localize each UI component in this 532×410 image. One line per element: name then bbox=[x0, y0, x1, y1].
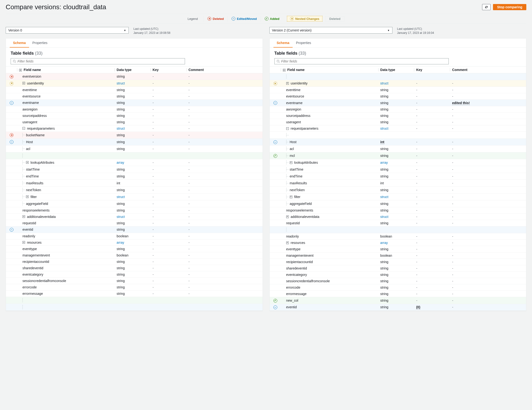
field-comment: - bbox=[189, 234, 190, 238]
expand-toggle[interactable]: + bbox=[290, 161, 292, 164]
field-type[interactable]: struct bbox=[117, 127, 125, 130]
spacer-row bbox=[6, 304, 263, 310]
field-name: sessioncredentialfromconsole bbox=[286, 279, 330, 283]
field-type[interactable]: struct bbox=[117, 195, 125, 199]
field-comment: - bbox=[452, 168, 453, 171]
field-type[interactable]: struct bbox=[380, 195, 389, 199]
field-type[interactable]: struct bbox=[117, 215, 125, 219]
field-key: - bbox=[416, 209, 417, 212]
field-comment: - bbox=[452, 234, 453, 238]
svg-line-1 bbox=[15, 62, 16, 63]
field-name: startTime bbox=[290, 168, 304, 171]
table-row: −eventnamestring-- bbox=[6, 99, 263, 106]
field-type[interactable]: array bbox=[380, 241, 388, 245]
field-comment: - bbox=[189, 88, 190, 92]
field-key: - bbox=[152, 147, 154, 151]
expand-toggle[interactable]: − bbox=[22, 127, 25, 130]
field-key: - bbox=[416, 101, 417, 105]
field-type[interactable]: array bbox=[117, 161, 124, 164]
expand-toggle[interactable]: + bbox=[286, 242, 289, 244]
field-type: string bbox=[380, 247, 389, 251]
table-row: awsregionstring-- bbox=[6, 106, 263, 112]
field-name: useragent bbox=[286, 120, 301, 124]
field-key: - bbox=[152, 140, 154, 144]
edited-icon: − bbox=[274, 305, 277, 309]
expand-all-left[interactable]: + bbox=[19, 69, 22, 71]
field-comment: - bbox=[452, 254, 453, 257]
field-type[interactable]: struct bbox=[117, 81, 125, 85]
tab-schema-left[interactable]: Schema bbox=[10, 38, 29, 48]
tab-schema-right[interactable]: Schema bbox=[274, 38, 293, 48]
field-comment: - bbox=[189, 114, 190, 118]
table-row: +lookupAttributesarray-- bbox=[270, 159, 526, 166]
table-row: endTimestring-- bbox=[270, 173, 526, 180]
field-type: string bbox=[117, 279, 125, 283]
tab-properties-left[interactable]: Properties bbox=[29, 38, 51, 47]
field-name: eventsource bbox=[22, 94, 40, 98]
refresh-button[interactable] bbox=[482, 4, 491, 10]
stop-comparing-button[interactable]: Stop comparing bbox=[493, 4, 526, 10]
tab-properties-right[interactable]: Properties bbox=[293, 38, 314, 47]
field-key: - bbox=[152, 209, 154, 212]
field-name: filter bbox=[294, 195, 300, 199]
field-type: string bbox=[380, 305, 389, 309]
table-row: eventtimestring-- bbox=[6, 86, 263, 93]
expand-all-right[interactable]: + bbox=[283, 69, 285, 71]
field-name: eventversion bbox=[22, 75, 41, 78]
field-comment: - bbox=[189, 241, 190, 244]
legend-label: Legend bbox=[188, 17, 198, 20]
version-select-right[interactable]: Version 2 (Current version)▼ bbox=[269, 27, 392, 34]
expand-toggle[interactable]: + bbox=[22, 82, 25, 85]
expand-toggle[interactable]: + bbox=[290, 196, 292, 198]
table-fields-count-left: (33) bbox=[35, 51, 43, 56]
field-type[interactable]: array bbox=[117, 241, 124, 244]
field-comment: - bbox=[452, 279, 453, 283]
expand-toggle[interactable]: + bbox=[22, 215, 25, 218]
field-name: managementevent bbox=[22, 253, 50, 257]
table-row: −Hostint-- bbox=[270, 139, 526, 145]
field-type[interactable]: struct bbox=[380, 81, 389, 85]
field-comment: - bbox=[452, 221, 453, 225]
table-row: eventtypestring-- bbox=[6, 246, 263, 252]
version-select-left[interactable]: Version 0▼ bbox=[6, 27, 129, 34]
legend-muted-deleted: Deleted bbox=[325, 16, 344, 21]
refresh-icon bbox=[485, 5, 488, 9]
table-row: eventcategorystring-- bbox=[6, 271, 263, 277]
field-type: string bbox=[380, 221, 389, 225]
field-name: resources bbox=[27, 241, 41, 244]
field-comment: - bbox=[452, 181, 453, 185]
filter-fields-right[interactable] bbox=[274, 58, 449, 64]
field-type[interactable]: struct bbox=[380, 127, 389, 130]
expand-toggle[interactable]: + bbox=[26, 161, 29, 164]
field-comment: - bbox=[452, 154, 453, 158]
field-name: readonly bbox=[286, 234, 299, 238]
spacer-row bbox=[270, 226, 526, 233]
expand-toggle[interactable]: − bbox=[286, 127, 289, 130]
expand-toggle[interactable]: + bbox=[286, 82, 289, 85]
deleted-icon: ✕ bbox=[10, 133, 13, 137]
filter-input-left[interactable] bbox=[18, 59, 183, 63]
field-type[interactable]: struct bbox=[380, 215, 389, 219]
field-name: bucketName bbox=[26, 133, 45, 137]
field-name: new_col bbox=[286, 299, 298, 302]
table-row: +filterstruct-- bbox=[270, 193, 526, 200]
field-type: string bbox=[380, 286, 389, 289]
field-key: - bbox=[416, 195, 417, 199]
field-type: boolean bbox=[117, 253, 128, 257]
field-type[interactable]: array bbox=[380, 161, 388, 164]
expand-toggle[interactable]: + bbox=[22, 241, 25, 244]
filter-fields-left[interactable] bbox=[11, 58, 185, 64]
field-name: additionaleventdata bbox=[27, 215, 56, 219]
field-name: Host bbox=[26, 140, 33, 144]
field-name: resources bbox=[291, 241, 305, 245]
table-row: errorcodestring-- bbox=[270, 284, 526, 291]
expand-toggle[interactable]: + bbox=[26, 195, 29, 198]
field-name: lookupAttributes bbox=[294, 161, 318, 164]
filter-input-right[interactable] bbox=[281, 59, 446, 63]
table-row: ✕eventversionstring-- bbox=[6, 73, 263, 80]
field-key: - bbox=[416, 292, 417, 296]
field-name: maxResults bbox=[26, 181, 43, 185]
expand-toggle[interactable]: + bbox=[286, 216, 289, 218]
field-name: sessioncredentialfromconsole bbox=[22, 279, 66, 283]
table-row: sessioncredentialfromconsolestring-- bbox=[6, 277, 263, 284]
